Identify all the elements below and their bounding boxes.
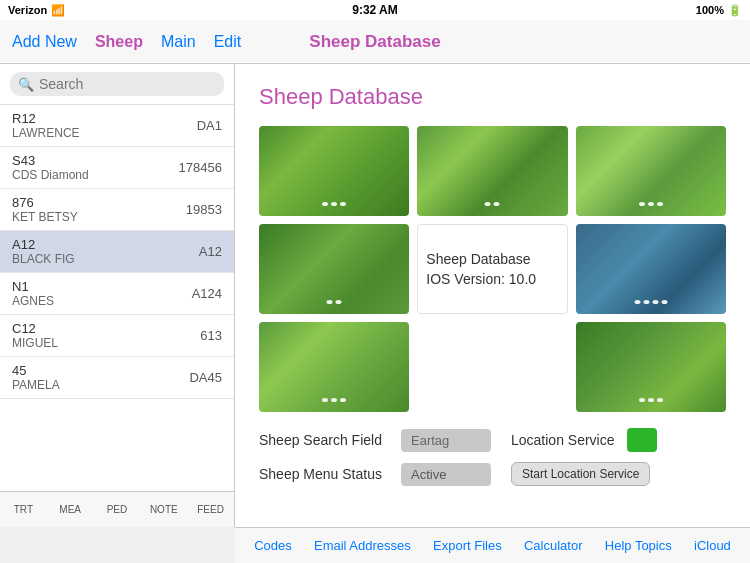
location-service-indicator [627, 428, 657, 452]
photo-4 [259, 224, 409, 314]
sheep-list-item[interactable]: R12 LAWRENCE DA1 [0, 105, 234, 147]
sheep-tag: DA45 [189, 370, 222, 385]
sheep-row-left: 45 PAMELA [12, 363, 60, 392]
sheep-row-left: A12 BLACK FIG [12, 237, 75, 266]
sheep-name: AGNES [12, 294, 54, 308]
sheep-row-left: C12 MIGUEL [12, 321, 58, 350]
search-input-wrap[interactable]: 🔍 [10, 72, 224, 96]
search-icon: 🔍 [18, 77, 34, 92]
info-cell-title: Sheep Database [426, 251, 558, 267]
sheep-id: C12 [12, 321, 58, 336]
sheep-tag: 613 [200, 328, 222, 343]
sheep-list-item[interactable]: N1 AGNES A124 [0, 273, 234, 315]
sidebar-tab-ped[interactable]: PED [94, 492, 141, 527]
start-location-button[interactable]: Start Location Service [511, 462, 650, 486]
location-service-label: Location Service [511, 432, 615, 448]
sheep-id: S43 [12, 153, 89, 168]
sheep-list-item[interactable]: A12 BLACK FIG A12 [0, 231, 234, 273]
search-bar: 🔍 [0, 64, 234, 105]
wifi-icon: 📶 [51, 4, 65, 17]
sheep-tag: A12 [199, 244, 222, 259]
status-left: Verizon 📶 [8, 4, 65, 17]
sheep-list: R12 LAWRENCE DA1 S43 CDS Diamond 178456 … [0, 105, 234, 491]
photo-placeholder [417, 322, 567, 412]
bottom-nav-help-topics[interactable]: Help Topics [599, 538, 678, 553]
sheep-list-item[interactable]: S43 CDS Diamond 178456 [0, 147, 234, 189]
search-field-value: Eartag [401, 429, 491, 452]
bottom-nav-email-addresses[interactable]: Email Addresses [308, 538, 417, 553]
content-area: Sheep Database Sheep Database IOS Versio… [235, 64, 750, 527]
sheep-id: 876 [12, 195, 78, 210]
battery-label: 100% [696, 4, 724, 16]
sheep-id: N1 [12, 279, 54, 294]
info-cell-version: IOS Version: 10.0 [426, 271, 558, 287]
photo-7 [576, 322, 726, 412]
edit-nav-button[interactable]: Edit [214, 33, 242, 51]
info-section: Sheep Search Field Eartag Location Servi… [259, 428, 726, 486]
bottom-nav: CodesEmail AddressesExport FilesCalculat… [235, 527, 750, 563]
bottom-nav-export-files[interactable]: Export Files [427, 538, 508, 553]
menu-status-value: Active [401, 463, 491, 486]
sheep-tag: 178456 [179, 160, 222, 175]
sidebar-tab-note[interactable]: NOTE [140, 492, 187, 527]
menu-status-label: Sheep Menu Status [259, 466, 389, 482]
sheep-name: LAWRENCE [12, 126, 80, 140]
status-bar: Verizon 📶 9:32 AM 100% 🔋 [0, 0, 750, 20]
bottom-nav-icloud[interactable]: iCloud [688, 538, 737, 553]
sidebar-tab-mea[interactable]: MEA [47, 492, 94, 527]
photo-3 [576, 126, 726, 216]
sheep-tag: DA1 [197, 118, 222, 133]
main-layout: 🔍 R12 LAWRENCE DA1 S43 CDS Diamond 17845… [0, 64, 750, 527]
photo-grid: Sheep Database IOS Version: 10.0 [259, 126, 726, 412]
photo-2 [417, 126, 567, 216]
photo-6 [259, 322, 409, 412]
sidebar: 🔍 R12 LAWRENCE DA1 S43 CDS Diamond 17845… [0, 64, 235, 527]
search-input[interactable] [39, 76, 216, 92]
status-right: 100% 🔋 [696, 4, 742, 17]
battery-icon: 🔋 [728, 4, 742, 17]
content-title: Sheep Database [259, 84, 726, 110]
sheep-id: R12 [12, 111, 80, 126]
sheep-list-item[interactable]: 876 KET BETSY 19853 [0, 189, 234, 231]
photo-5 [576, 224, 726, 314]
status-time: 9:32 AM [352, 3, 398, 17]
info-cell: Sheep Database IOS Version: 10.0 [417, 224, 567, 314]
bottom-nav-calculator[interactable]: Calculator [518, 538, 589, 553]
sheep-row-left: R12 LAWRENCE [12, 111, 80, 140]
sidebar-tab-trt[interactable]: TRT [0, 492, 47, 527]
sheep-tag: A124 [192, 286, 222, 301]
sheep-id: A12 [12, 237, 75, 252]
sheep-id: 45 [12, 363, 60, 378]
search-field-label: Sheep Search Field [259, 432, 389, 448]
sheep-nav-button[interactable]: Sheep [95, 33, 143, 51]
sheep-row-left: 876 KET BETSY [12, 195, 78, 224]
sheep-list-item[interactable]: 45 PAMELA DA45 [0, 357, 234, 399]
sheep-list-item[interactable]: C12 MIGUEL 613 [0, 315, 234, 357]
add-new-button[interactable]: Add New [12, 33, 77, 51]
nav-bar: Add New Sheep Main Edit Sheep Database [0, 20, 750, 64]
nav-bar-title: Sheep Database [309, 32, 440, 52]
sheep-row-left: S43 CDS Diamond [12, 153, 89, 182]
nav-bar-left: Add New Sheep Main Edit [12, 33, 241, 51]
sidebar-tabs: TRTMEAPEDNOTEFEED [0, 491, 234, 527]
menu-status-row: Sheep Menu Status Active Start Location … [259, 462, 726, 486]
sheep-name: CDS Diamond [12, 168, 89, 182]
sidebar-tab-feed[interactable]: FEED [187, 492, 234, 527]
sheep-tag: 19853 [186, 202, 222, 217]
main-nav-button[interactable]: Main [161, 33, 196, 51]
photo-1 [259, 126, 409, 216]
sheep-name: KET BETSY [12, 210, 78, 224]
bottom-nav-codes[interactable]: Codes [248, 538, 298, 553]
sheep-row-left: N1 AGNES [12, 279, 54, 308]
search-field-row: Sheep Search Field Eartag Location Servi… [259, 428, 726, 452]
sheep-name: MIGUEL [12, 336, 58, 350]
carrier-label: Verizon [8, 4, 47, 16]
sheep-name: BLACK FIG [12, 252, 75, 266]
sheep-name: PAMELA [12, 378, 60, 392]
